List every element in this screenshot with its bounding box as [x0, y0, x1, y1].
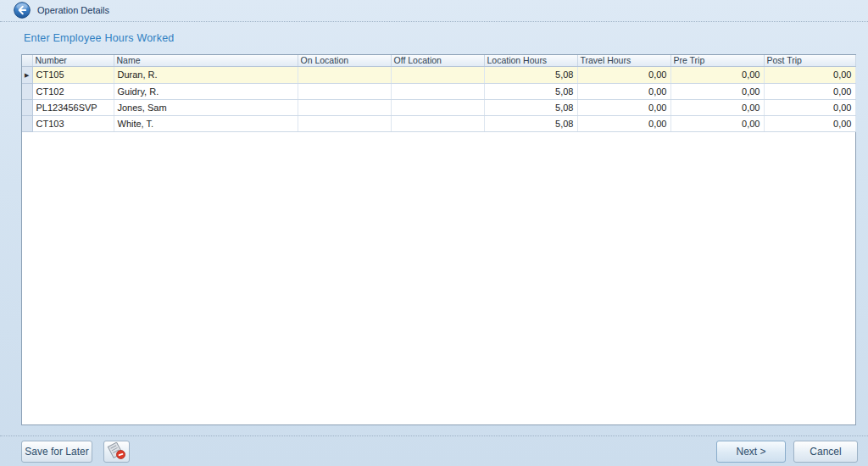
- cancel-button[interactable]: Cancel: [793, 441, 858, 463]
- cell-pre-trip[interactable]: 0,00: [670, 66, 764, 83]
- cell-post-trip[interactable]: 0,00: [764, 99, 855, 115]
- current-row-marker-icon: ▶: [25, 72, 29, 78]
- column-header-travel-hours[interactable]: Travel Hours: [577, 55, 670, 66]
- next-button[interactable]: Next >: [716, 441, 786, 463]
- cell-off-location[interactable]: [391, 83, 484, 99]
- row-selector-header: [22, 55, 32, 66]
- cell-number[interactable]: PL123456SVP: [32, 99, 114, 115]
- save-for-later-button[interactable]: Save for Later: [21, 441, 92, 463]
- row-selector-cell[interactable]: [22, 99, 32, 115]
- table-row[interactable]: CT102 Guidry, R. 5,08 0,00 0,00 0,00: [22, 83, 855, 99]
- cell-travel-hours[interactable]: 0,00: [577, 99, 670, 115]
- cell-off-location[interactable]: [391, 66, 484, 83]
- notes-blocked-button[interactable]: [103, 441, 130, 463]
- table-row[interactable]: ▶ CT105 Duran, R. 5,08 0,00 0,00 0,00: [22, 66, 855, 83]
- header-separator: [0, 21, 868, 22]
- cell-location-hours[interactable]: 5,08: [484, 115, 577, 131]
- back-button[interactable]: [14, 2, 31, 19]
- cell-pre-trip[interactable]: 0,00: [670, 115, 764, 131]
- cell-name[interactable]: White, T.: [114, 115, 298, 131]
- cell-number[interactable]: CT105: [32, 66, 114, 83]
- cell-on-location[interactable]: [298, 83, 391, 99]
- column-header-on-location[interactable]: On Location: [298, 55, 391, 66]
- cell-travel-hours[interactable]: 0,00: [577, 115, 670, 131]
- cell-name[interactable]: Guidry, R.: [114, 83, 298, 99]
- cell-travel-hours[interactable]: 0,00: [577, 66, 670, 83]
- cell-number[interactable]: CT102: [32, 83, 114, 99]
- table-row[interactable]: PL123456SVP Jones, Sam 5,08 0,00 0,00 0,…: [22, 99, 855, 115]
- cell-off-location[interactable]: [391, 99, 484, 115]
- column-header-name[interactable]: Name: [114, 55, 298, 66]
- header-row: Number Name On Location Off Location Loc…: [22, 55, 855, 66]
- cell-travel-hours[interactable]: 0,00: [577, 83, 670, 99]
- cell-location-hours[interactable]: 5,08: [484, 66, 577, 83]
- column-header-post-trip[interactable]: Post Trip: [764, 55, 855, 66]
- cell-on-location[interactable]: [298, 99, 391, 115]
- cell-on-location[interactable]: [298, 66, 391, 83]
- column-header-location-hours[interactable]: Location Hours: [484, 55, 577, 66]
- cell-number[interactable]: CT103: [32, 115, 114, 131]
- cell-name[interactable]: Jones, Sam: [114, 99, 298, 115]
- section-heading: Enter Employee Hours Worked: [24, 32, 174, 44]
- employee-hours-grid: Number Name On Location Off Location Loc…: [21, 54, 856, 425]
- cell-name[interactable]: Duran, R.: [114, 66, 298, 83]
- cell-pre-trip[interactable]: 0,00: [670, 83, 764, 99]
- cell-location-hours[interactable]: 5,08: [484, 99, 577, 115]
- employee-hours-table: Number Name On Location Off Location Loc…: [22, 55, 856, 132]
- row-selector-cell[interactable]: [22, 115, 32, 131]
- cell-on-location[interactable]: [298, 115, 391, 131]
- cell-pre-trip[interactable]: 0,00: [670, 99, 764, 115]
- footer-separator: [0, 435, 868, 436]
- column-header-off-location[interactable]: Off Location: [391, 55, 484, 66]
- cell-off-location[interactable]: [391, 115, 484, 131]
- cell-location-hours[interactable]: 5,08: [484, 83, 577, 99]
- notes-blocked-icon: [107, 444, 127, 456]
- cell-post-trip[interactable]: 0,00: [764, 115, 855, 131]
- row-selector-cell[interactable]: [22, 83, 32, 99]
- row-selector-cell[interactable]: ▶: [22, 66, 32, 83]
- column-header-pre-trip[interactable]: Pre Trip: [670, 55, 764, 66]
- page-title: Operation Details: [37, 5, 109, 15]
- cell-post-trip[interactable]: 0,00: [764, 66, 855, 83]
- cell-post-trip[interactable]: 0,00: [764, 83, 855, 99]
- column-header-number[interactable]: Number: [32, 55, 114, 66]
- table-row[interactable]: CT103 White, T. 5,08 0,00 0,00 0,00: [22, 115, 855, 131]
- back-arrow-icon: [14, 7, 31, 21]
